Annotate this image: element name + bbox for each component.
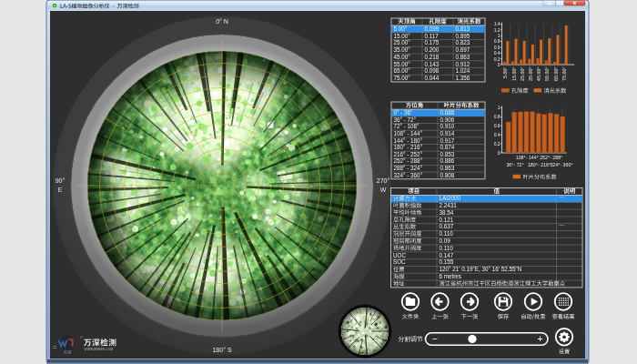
svg-text:90°: 90°	[56, 177, 66, 184]
svg-text:75.00°: 75.00°	[561, 67, 567, 81]
svg-text:180° - 216°: 180° - 216°	[394, 144, 423, 150]
svg-text:0° - 36°: 0° - 36°	[394, 109, 414, 116]
svg-text:0.808: 0.808	[440, 172, 455, 178]
svg-text:6 metres: 6 metres	[440, 273, 462, 279]
svg-text:WWW.WSEEN.COM: WWW.WSEEN.COM	[85, 348, 114, 351]
svg-text:180° S: 180° S	[212, 347, 231, 353]
svg-text:0.175: 0.175	[425, 39, 440, 46]
svg-text:−: −	[431, 333, 437, 344]
svg-text:E: E	[58, 187, 63, 193]
svg-text:45.00°: 45.00°	[394, 54, 411, 60]
svg-text:0: 0	[498, 62, 500, 67]
svg-text:0.4: 0.4	[494, 50, 500, 56]
svg-text:0.914: 0.914	[440, 130, 455, 136]
svg-text:1.356: 1.356	[456, 75, 470, 81]
svg-text:UOC: UOC	[393, 252, 406, 258]
svg-text:1: 1	[498, 105, 500, 110]
svg-text:0.906: 0.906	[440, 116, 455, 123]
svg-text:0.4: 0.4	[494, 132, 500, 137]
svg-text:1.2: 1.2	[494, 27, 500, 33]
svg-text:0.874: 0.874	[440, 144, 455, 150]
svg-text:108° - 144°: 108° - 144°	[394, 130, 423, 136]
svg-text:324°- 360°: 324°- 360°	[550, 162, 572, 167]
svg-text:0.147: 0.147	[440, 252, 454, 258]
svg-text:0.863: 0.863	[440, 165, 455, 171]
svg-text:0.886: 0.886	[440, 157, 455, 164]
svg-text:65.00°: 65.00°	[394, 67, 411, 74]
svg-text:0.117: 0.117	[425, 33, 440, 39]
svg-text:0.200: 0.200	[425, 46, 440, 53]
svg-text:0.686: 0.686	[440, 109, 455, 116]
svg-text:0.6: 0.6	[494, 45, 500, 50]
svg-text:15.00°: 15.00°	[394, 33, 411, 39]
svg-text:0.917: 0.917	[440, 137, 455, 144]
svg-text:38.54: 38.54	[440, 209, 454, 216]
svg-text:SOC: SOC	[393, 258, 406, 265]
svg-text:0.895: 0.895	[456, 33, 470, 39]
svg-text:0.8: 0.8	[494, 38, 500, 44]
svg-text:0.912: 0.912	[456, 61, 470, 67]
svg-text:0.637: 0.637	[440, 223, 454, 229]
svg-text:252° - 288°: 252° - 288°	[394, 157, 423, 164]
svg-text:0: 0	[498, 150, 500, 156]
svg-text:0.143: 0.143	[425, 61, 440, 67]
svg-text:5.00°: 5.00°	[394, 25, 408, 32]
svg-text:0.09: 0.09	[440, 238, 451, 244]
svg-text:120° 21' 0.19"E, 30° 16' 52.5: 120° 21' 0.19"E, 30° 16' 52.55"N	[440, 266, 522, 272]
svg-text:36° - 72°: 36° - 72°	[394, 116, 417, 123]
svg-text:+: +	[537, 333, 542, 344]
svg-text:25.00°: 25.00°	[520, 67, 525, 81]
svg-text:108°- 144°: 108°- 144°	[516, 155, 539, 160]
svg-text:0.044: 0.044	[425, 75, 440, 81]
svg-text:25.00°: 25.00°	[394, 39, 411, 46]
svg-text:1.024: 1.024	[456, 67, 470, 74]
svg-text:1: 1	[498, 33, 500, 38]
svg-text:0.863: 0.863	[456, 54, 470, 60]
svg-text:55.00°: 55.00°	[544, 67, 550, 81]
svg-text:----: ----	[559, 223, 564, 228]
svg-text:0.110: 0.110	[440, 230, 454, 237]
svg-text:75.00°: 75.00°	[394, 75, 411, 81]
svg-text:35.00°: 35.00°	[394, 46, 411, 53]
svg-text:65.00°: 65.00°	[553, 67, 559, 81]
svg-text:72° - 108°: 72° - 108°	[394, 123, 420, 129]
svg-text:216° - 252°: 216° - 252°	[394, 151, 423, 157]
svg-text:5.00°: 5.00°	[502, 67, 508, 78]
svg-text:0.823: 0.823	[456, 39, 470, 46]
svg-text:2.2431: 2.2431	[440, 202, 458, 208]
svg-text:0.098: 0.098	[425, 67, 440, 74]
svg-text:270°: 270°	[377, 177, 390, 184]
svg-text:0.6: 0.6	[494, 123, 500, 128]
svg-text:0.121: 0.121	[440, 217, 454, 223]
svg-text:0.853: 0.853	[440, 151, 455, 157]
svg-text:0.218: 0.218	[425, 54, 440, 60]
svg-text:0.8: 0.8	[494, 114, 500, 119]
svg-text:0° N: 0° N	[216, 18, 228, 25]
svg-text:0.2: 0.2	[494, 141, 500, 147]
svg-text:45.00°: 45.00°	[536, 67, 541, 81]
svg-text:144° - 180°: 144° - 180°	[394, 137, 423, 144]
svg-text:180°- 216°: 180°- 216°	[528, 162, 551, 167]
svg-text:55.00°: 55.00°	[394, 61, 411, 67]
svg-text:36°- 72°: 36°- 72°	[506, 162, 523, 167]
svg-text:324° - 360°: 324° - 360°	[394, 172, 423, 178]
svg-text:252°- 288°: 252°- 288°	[540, 155, 562, 160]
svg-text:0.099: 0.099	[425, 25, 440, 32]
svg-text:288° - 324°: 288° - 324°	[394, 165, 423, 171]
svg-text:----: ----	[559, 195, 564, 199]
svg-text:0.697: 0.697	[456, 46, 470, 53]
svg-text:0.2: 0.2	[494, 56, 500, 62]
svg-text:1.4: 1.4	[494, 21, 500, 26]
svg-text:0.110: 0.110	[440, 245, 454, 251]
svg-text:0.155: 0.155	[440, 258, 454, 265]
svg-text:0.813: 0.813	[456, 25, 470, 32]
svg-text:15.00°: 15.00°	[511, 67, 517, 81]
svg-text:W: W	[380, 187, 387, 193]
svg-text:35.00°: 35.00°	[528, 67, 533, 81]
svg-text:0.910: 0.910	[440, 123, 455, 129]
svg-text:LAI2000: LAI2000	[440, 195, 461, 201]
svg-text:®: ®	[80, 335, 83, 339]
